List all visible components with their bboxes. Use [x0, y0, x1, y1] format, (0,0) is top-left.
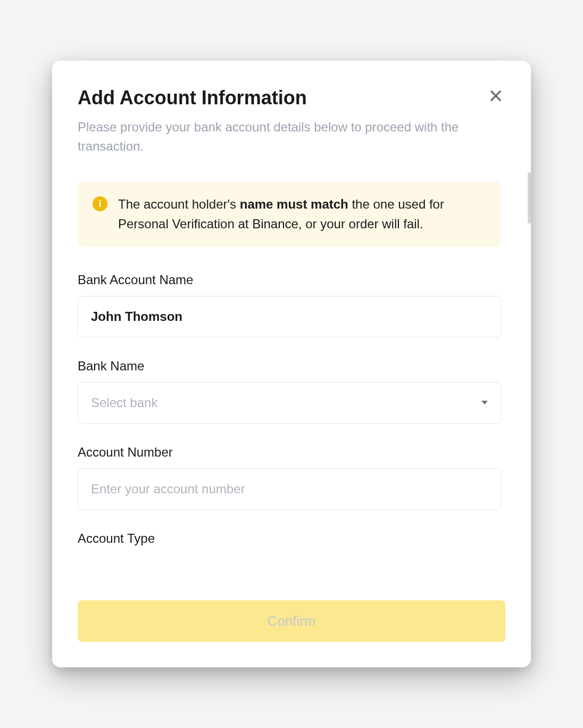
close-button[interactable] — [486, 86, 505, 105]
account-type-group: Account Type — [78, 531, 501, 546]
account-number-input[interactable] — [78, 468, 501, 510]
bank-name-select[interactable]: Select bank — [78, 382, 501, 424]
chevron-down-icon — [481, 401, 488, 404]
bank-account-name-label: Bank Account Name — [78, 272, 501, 287]
add-account-modal: Add Account Information Please provide y… — [52, 61, 531, 667]
bank-name-group: Bank Name Select bank — [78, 359, 501, 424]
bank-account-name-group: Bank Account Name — [78, 272, 501, 337]
form-scroll-area[interactable]: i The account holder's name must match t… — [78, 181, 505, 588]
close-icon — [488, 88, 503, 103]
scrollbar-thumb[interactable] — [528, 172, 531, 224]
bank-account-name-input[interactable] — [78, 296, 501, 337]
info-icon: i — [93, 196, 107, 211]
confirm-button[interactable]: Confirm — [78, 600, 505, 642]
bank-name-placeholder: Select bank — [91, 395, 157, 410]
modal-title: Add Account Information — [78, 86, 307, 109]
modal-footer: Confirm — [78, 588, 505, 642]
account-type-label: Account Type — [78, 531, 501, 546]
account-number-group: Account Number — [78, 445, 501, 510]
modal-subtitle: Please provide your bank account details… — [78, 118, 505, 156]
account-number-label: Account Number — [78, 445, 501, 460]
bank-name-label: Bank Name — [78, 359, 501, 374]
modal-header: Add Account Information — [78, 86, 505, 109]
alert-text: The account holder's name must match the… — [118, 194, 486, 234]
name-match-alert: i The account holder's name must match t… — [78, 181, 501, 246]
